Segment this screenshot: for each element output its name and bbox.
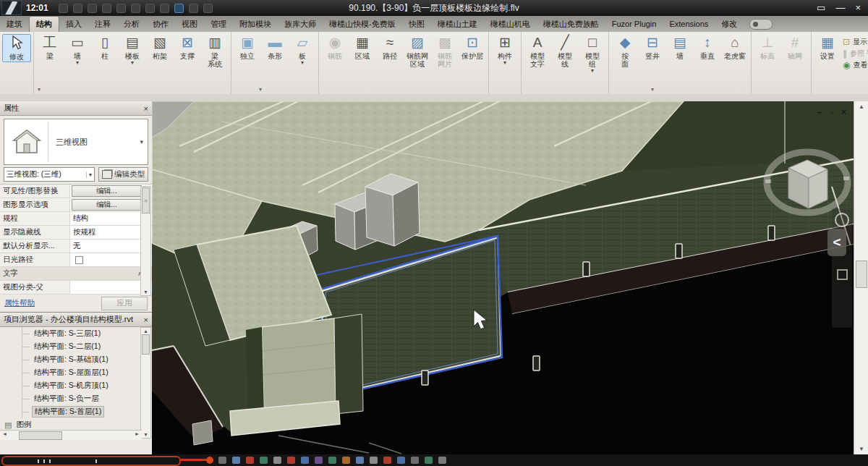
view-close-button[interactable]: × (841, 107, 846, 117)
ribbon-tab-3[interactable]: 插入 (59, 17, 88, 32)
properties-scrollbar[interactable]: ≡ ▼ (140, 186, 151, 296)
taskbar-app-icon[interactable] (397, 457, 405, 464)
scrollbar-thumb[interactable] (142, 334, 150, 355)
close-project-browser-icon[interactable]: × (141, 315, 148, 324)
close-window-button[interactable]: × (855, 1, 861, 15)
scroll-up-icon[interactable]: ▲ (141, 329, 150, 334)
tool-slab-button[interactable]: ▱板▾ (289, 34, 316, 66)
revit-app-button[interactable] (1, 1, 22, 15)
view-restore-button[interactable]: ▫ (830, 107, 833, 117)
quick-access-icon[interactable] (174, 4, 184, 13)
scroll-down-icon[interactable]: ▼ (141, 289, 150, 295)
tool-model_text-button[interactable]: A模型 文字 (524, 34, 551, 69)
tool-viewer-button[interactable]: ◉查看器 (843, 60, 868, 70)
taskbar-app-icon[interactable] (356, 457, 364, 464)
browser-item[interactable]: 结构平面: S-二层(1) (0, 340, 152, 353)
taskbar-app-icon[interactable] (232, 457, 240, 464)
ribbon-tab-7[interactable]: 视图 (175, 17, 204, 32)
type-selector-preview[interactable]: 三维视图 ▾ (4, 119, 148, 165)
tool-brace-button[interactable]: ⊠支撑 (174, 34, 201, 61)
ribbon-tab-5[interactable]: 分析 (117, 17, 146, 32)
scrollbar-thumb[interactable] (856, 260, 867, 288)
chevron-down-icon[interactable]: ▾ (591, 68, 594, 73)
tool-model_line-button[interactable]: ╱模型 线 (551, 34, 579, 69)
taskbar-app-icon[interactable] (315, 457, 323, 464)
panel-dropdown-icon[interactable]: ▾ (651, 86, 654, 93)
quick-access-icon[interactable] (131, 4, 140, 13)
tool-wall_opening-button[interactable]: ▤墙 (666, 34, 694, 61)
tool-dormer-button[interactable]: ⌂老虎窗 (721, 34, 749, 61)
scroll-up-icon[interactable]: ▲ (854, 103, 868, 110)
close-properties-icon[interactable]: × (141, 104, 148, 113)
ribbon-tab-1[interactable]: 建筑 (0, 17, 29, 32)
chevron-down-icon[interactable]: ▾ (131, 60, 134, 65)
ribbon-tab-14[interactable]: 橄榄山机电 (484, 17, 537, 32)
scroll-right-icon[interactable]: ► (135, 431, 140, 436)
tool-column-button[interactable]: ▯柱 (91, 34, 119, 61)
tool-fabric_area-button[interactable]: ▨钢筋网 区域 (404, 34, 431, 69)
scroll-down-icon[interactable]: ▼ (141, 432, 150, 437)
quick-access-icon[interactable] (102, 4, 111, 13)
ribbon-tab-6[interactable]: 协作 (146, 17, 175, 32)
tool-model_group-button[interactable]: □模型 组▾ (579, 34, 606, 74)
chevron-down-icon[interactable]: ▾ (503, 60, 506, 65)
ribbon-tab-15[interactable]: 橄榄山免费族酷 (537, 17, 605, 32)
steering-wheel-icon[interactable] (835, 213, 849, 227)
checkbox[interactable] (75, 256, 83, 264)
quick-access-icon[interactable] (203, 4, 213, 13)
taskbar-app-icon[interactable] (273, 457, 281, 464)
viewport-scrollbar[interactable]: ▲ ▼ (854, 101, 868, 454)
quick-access-icon[interactable] (145, 4, 155, 13)
tool-by_face-button[interactable]: ◆按 面 (611, 34, 639, 69)
scroll-down-icon[interactable]: ▼ (854, 446, 868, 452)
taskbar-app-icon[interactable] (383, 457, 391, 464)
video-seek-track[interactable] (1, 456, 181, 466)
quick-access-icon[interactable] (189, 4, 198, 13)
tool-show-button[interactable]: ⊡显示 (843, 37, 868, 47)
edit-button[interactable]: 编辑... (72, 199, 142, 211)
browser-item[interactable]: 结构平面: S-机房顶(1) (0, 379, 152, 392)
taskbar-app-icon[interactable] (342, 457, 350, 464)
zoom-tool-icon[interactable] (837, 269, 848, 280)
ribbon-tab-9[interactable]: 附加模块 (233, 17, 278, 32)
tool-beamsys-button[interactable]: ▥梁 系统 (201, 34, 229, 69)
taskbar-app-icon[interactable] (246, 457, 254, 464)
browser-item[interactable]: 结构平面: S-负一层 (0, 392, 152, 405)
type-selector-dropdown[interactable]: 三维视图: (三维) ▾ (4, 167, 95, 182)
restore-window-button[interactable]: ▭ (817, 1, 825, 15)
taskbar-app-icon[interactable] (260, 457, 268, 464)
browser-horizontal-scrollbar[interactable]: ◄ ► (0, 430, 142, 440)
tool-area-button[interactable]: ▦区域 (349, 34, 376, 61)
quick-access-icon[interactable] (59, 4, 68, 13)
ribbon-tab-11[interactable]: 橄榄山快模-免费版 (323, 17, 402, 32)
tool-wall-button[interactable]: ▭墙▾ (64, 34, 91, 66)
video-playhead[interactable] (206, 457, 213, 464)
browser-item[interactable]: 结构平面: S-三层(1) (0, 327, 152, 340)
drawing-area-3d-view[interactable]: ‒ ▫ × < (152, 101, 854, 454)
browser-item[interactable]: 结构平面: S-首层(1) (0, 405, 152, 418)
quick-access-icon[interactable] (88, 4, 97, 13)
taskbar-app-icon[interactable] (425, 457, 433, 464)
browser-item[interactable]: 结构平面: S-基础顶(1) (0, 353, 152, 366)
taskbar-app-icon[interactable] (218, 457, 226, 464)
view-minimize-button[interactable]: ‒ (817, 107, 822, 117)
ribbon-display-toggle[interactable] (749, 19, 773, 30)
quick-access-icon[interactable] (73, 4, 82, 13)
panel-dropdown-icon[interactable]: ▾ (259, 86, 262, 93)
tool-cover-button[interactable]: ⊡保护层 (459, 34, 486, 61)
taskbar-app-icon[interactable] (287, 457, 295, 464)
quick-access-icon[interactable] (116, 4, 126, 13)
tool-vertical-button[interactable]: ↕垂直 (694, 34, 721, 61)
ribbon-tab-18[interactable]: 修改 (715, 17, 744, 32)
ribbon-tab-13[interactable]: 橄榄山土建 (431, 17, 484, 32)
tool-component-button[interactable]: ⊞构件▾ (491, 34, 519, 66)
browser-scrollbar[interactable]: ▲ ▼ (140, 327, 151, 439)
minimize-window-button[interactable]: — (835, 1, 845, 15)
ribbon-tab-17[interactable]: Extensions (663, 17, 715, 32)
taskbar-app-icon[interactable] (301, 457, 309, 464)
tool-cursor-button[interactable]: 修改 (2, 34, 31, 62)
video-back-overlay-button[interactable]: < (827, 229, 846, 256)
chevron-down-icon[interactable]: ▾ (76, 60, 79, 65)
panel-dropdown-icon[interactable]: ▾ (38, 86, 41, 93)
ribbon-tab-10[interactable]: 族库大师 (278, 17, 323, 32)
